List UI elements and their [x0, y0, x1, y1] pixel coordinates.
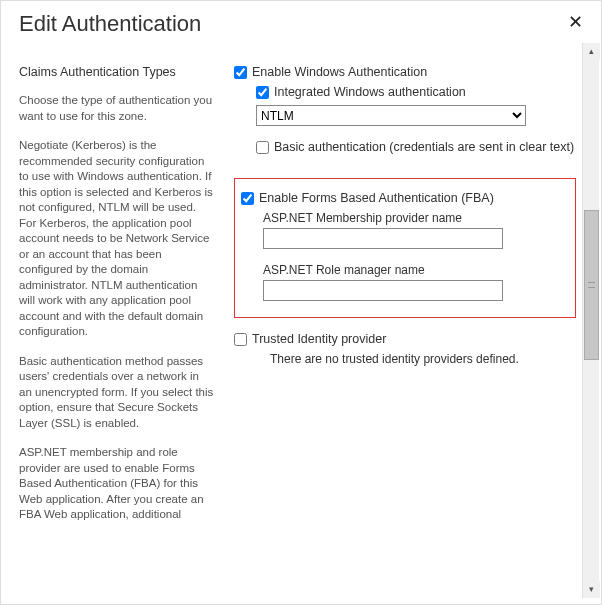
fba-highlight-box: Enable Forms Based Authentication (FBA) …	[234, 178, 576, 318]
dialog-titlebar: Edit Authentication ✕	[1, 1, 601, 43]
help-text: Negotiate (Kerberos) is the recommended …	[19, 138, 214, 340]
integrated-row: Integrated Windows authentication	[256, 85, 576, 99]
membership-label: ASP.NET Membership provider name	[263, 211, 561, 225]
dialog-title: Edit Authentication	[19, 11, 201, 37]
close-icon[interactable]: ✕	[564, 11, 587, 33]
enable-fba-label: Enable Forms Based Authentication (FBA)	[259, 191, 494, 205]
enable-fba-checkbox[interactable]	[241, 192, 254, 205]
scroll-thumb[interactable]	[584, 210, 599, 360]
integrated-checkbox[interactable]	[256, 86, 269, 99]
enable-windows-label: Enable Windows Authentication	[252, 65, 427, 79]
scroll-down-button[interactable]: ▾	[583, 581, 600, 598]
role-input[interactable]	[263, 280, 503, 301]
vertical-scrollbar[interactable]: ▴ ▾	[582, 43, 599, 598]
auth-mode-select[interactable]: NTLM	[256, 105, 526, 126]
trusted-label: Trusted Identity provider	[252, 332, 386, 346]
auth-mode-row: NTLM	[256, 105, 576, 126]
basic-auth-label: Basic authentication (credentials are se…	[274, 140, 574, 154]
enable-windows-row: Enable Windows Authentication	[234, 65, 576, 79]
trusted-checkbox[interactable]	[234, 333, 247, 346]
help-text: Choose the type of authentication you wa…	[19, 93, 214, 124]
trusted-message: There are no trusted identity providers …	[270, 352, 576, 366]
scroll-up-button[interactable]: ▴	[583, 43, 600, 60]
help-text: Basic authentication method passes users…	[19, 354, 214, 432]
scroll-track[interactable]	[583, 60, 600, 581]
help-text: ASP.NET membership and role provider are…	[19, 445, 214, 523]
help-heading: Claims Authentication Types	[19, 65, 214, 79]
membership-input[interactable]	[263, 228, 503, 249]
enable-fba-row: Enable Forms Based Authentication (FBA)	[241, 191, 561, 205]
integrated-label: Integrated Windows authentication	[274, 85, 466, 99]
basic-auth-checkbox[interactable]	[256, 141, 269, 154]
scroll-grip-icon	[588, 282, 595, 288]
role-label: ASP.NET Role manager name	[263, 263, 561, 277]
dialog-body: Claims Authentication Types Choose the t…	[1, 43, 601, 598]
help-panel: Claims Authentication Types Choose the t…	[19, 43, 224, 598]
enable-windows-checkbox[interactable]	[234, 66, 247, 79]
trusted-row: Trusted Identity provider	[234, 332, 576, 346]
settings-panel: Enable Windows Authentication Integrated…	[224, 43, 582, 598]
basic-auth-row: Basic authentication (credentials are se…	[256, 140, 576, 154]
